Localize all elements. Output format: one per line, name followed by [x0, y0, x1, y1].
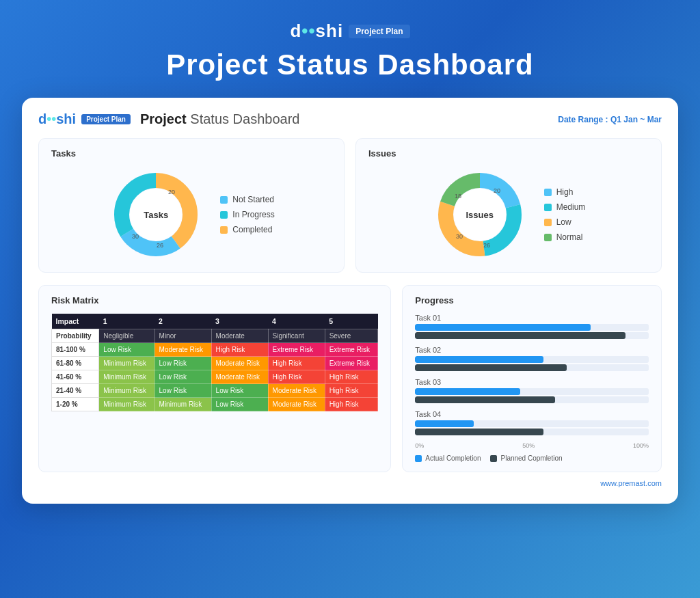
progress-axis: 0% 50% 100% [415, 442, 649, 449]
legend-medium: Medium [544, 202, 586, 212]
actual-track-1 [415, 356, 649, 363]
actual-fill-3 [415, 420, 473, 427]
issues-panel: Issues [355, 138, 662, 273]
risk-cell-r1-c2: Moderate Risk [211, 357, 268, 370]
svg-text:30: 30 [456, 233, 463, 240]
dash-logo: d••shi [38, 111, 76, 127]
completed-label: Completed [232, 225, 272, 234]
risk-col-2: 2 [154, 314, 211, 329]
legend-normal: Normal [544, 232, 586, 242]
risk-cell-r0-c2: High Risk [211, 343, 268, 357]
page-brand-logo: d••shi [290, 21, 343, 42]
page-brand-badge: Project Plan [349, 25, 409, 38]
risk-col-3: 3 [211, 314, 268, 329]
legend-not-started: Not Started [220, 195, 274, 204]
tasks-donut: 20 30 26 Tasks [108, 167, 204, 262]
negligible-header: Negligible [99, 329, 154, 343]
significant-header: Significant [268, 329, 325, 343]
task-label-0: Task 01 [415, 314, 649, 322]
risk-panel-title: Risk Matrix [51, 295, 378, 305]
risk-cell-r4-c2: Low Risk [211, 398, 268, 411]
legend-completed: Completed [220, 225, 274, 234]
dash-brand: d••shi Project Plan [38, 111, 131, 127]
high-label: High [556, 187, 574, 197]
actual-fill-2 [415, 388, 520, 395]
svg-text:20: 20 [168, 189, 175, 195]
legend-high: High [544, 187, 586, 197]
risk-cell-r4-c1: Minimum Risk [154, 398, 211, 411]
tasks-chart-content: 20 30 26 Tasks Not Started In Progress [51, 167, 332, 262]
tasks-legend: Not Started In Progress Completed [220, 195, 274, 234]
prob-header: Probability [52, 329, 99, 343]
risk-cell-r3-c4: High Risk [325, 384, 378, 398]
risk-cell-r3-c3: Moderate Risk [268, 384, 325, 398]
progress-panel-title: Progress [415, 295, 649, 305]
risk-cell-r0-c0: Low Risk [99, 343, 154, 357]
risk-col-4: 4 [268, 314, 325, 329]
issues-donut: 20 30 26 18 Issues [432, 167, 528, 262]
prob-3: 21-40 % [52, 384, 99, 398]
high-dot [544, 189, 552, 196]
risk-panel: Risk Matrix Impact 1 2 3 4 5 Probability… [38, 285, 391, 472]
actual-track-3 [415, 420, 649, 427]
dash-badge: Project Plan [81, 114, 131, 124]
risk-cell-r2-c1: Low Risk [154, 370, 211, 384]
progress-panel: Progress Task 01 Task 02 Task 03 [402, 285, 662, 472]
risk-cell-r0-c1: Moderate Risk [154, 343, 211, 357]
dash-title: Project Status Dashboard [140, 111, 299, 127]
in-progress-label: In Progress [232, 210, 274, 219]
planned-track-2 [415, 396, 649, 403]
dashboard-header: d••shi Project Plan Project Status Dashb… [38, 111, 662, 127]
risk-cell-r4-c3: Moderate Risk [268, 398, 325, 411]
svg-text:26: 26 [157, 242, 163, 249]
risk-cell-r1-c1: Low Risk [154, 357, 211, 370]
planned-track-0 [415, 332, 649, 339]
not-started-dot [220, 196, 228, 204]
legend-low: Low [544, 217, 586, 227]
date-range: Date Range : Q1 Jan ~ Mar [558, 115, 662, 124]
risk-cell-r1-c0: Minimum Risk [99, 357, 154, 370]
risk-cell-r3-c1: Low Risk [154, 384, 211, 398]
svg-text:30: 30 [132, 233, 139, 240]
footer-link: www.premast.com [38, 479, 662, 487]
in-progress-dot [220, 211, 228, 219]
normal-label: Normal [556, 232, 583, 242]
tasks-panel: Tasks [38, 138, 345, 273]
actual-track-0 [415, 324, 649, 331]
dashboard-card: d••shi Project Plan Project Status Dashb… [22, 98, 678, 504]
planned-legend-dot [490, 455, 497, 462]
planned-fill-2 [415, 396, 555, 403]
planned-legend-item: Planned Copmletion [490, 454, 562, 462]
task-bars-3 [415, 420, 649, 435]
risk-cell-r4-c0: Minimum Risk [99, 398, 154, 411]
medium-label: Medium [556, 202, 586, 212]
progress-tasks: Task 01 Task 02 Task 03 [415, 314, 649, 435]
normal-dot [544, 234, 552, 241]
planned-fill-3 [415, 429, 543, 435]
task-label-3: Task 04 [415, 410, 649, 418]
risk-cell-r3-c2: Low Risk [211, 384, 268, 398]
progress-legend: Actual Completion Planned Copmletion [415, 454, 649, 462]
brand-row: d••shi Project Plan [166, 21, 533, 42]
planned-track-1 [415, 364, 649, 371]
planned-fill-0 [415, 332, 625, 339]
risk-cell-r2-c4: High Risk [325, 370, 378, 384]
risk-cell-r2-c3: High Risk [268, 370, 325, 384]
axis-0: 0% [415, 442, 424, 449]
tasks-panel-title: Tasks [51, 148, 332, 159]
prob-2: 41-60 % [52, 370, 99, 384]
issues-legend: High Medium Low Normal [544, 187, 586, 242]
risk-col-1: 1 [99, 314, 154, 329]
task-label-2: Task 03 [415, 378, 649, 386]
planned-legend-label: Planned Copmletion [500, 454, 562, 462]
actual-track-2 [415, 388, 649, 395]
svg-text:26: 26 [483, 242, 490, 249]
issues-panel-title: Issues [368, 148, 649, 159]
risk-cell-r2-c2: Moderate Risk [211, 370, 268, 384]
risk-cell-r1-c3: High Risk [268, 357, 325, 370]
completed-dot [220, 226, 228, 234]
planned-fill-1 [415, 364, 567, 371]
moderate-header: Moderate [211, 329, 268, 343]
risk-cell-r3-c0: Minimum Risk [99, 384, 154, 398]
risk-col-impact: Impact [52, 314, 99, 329]
